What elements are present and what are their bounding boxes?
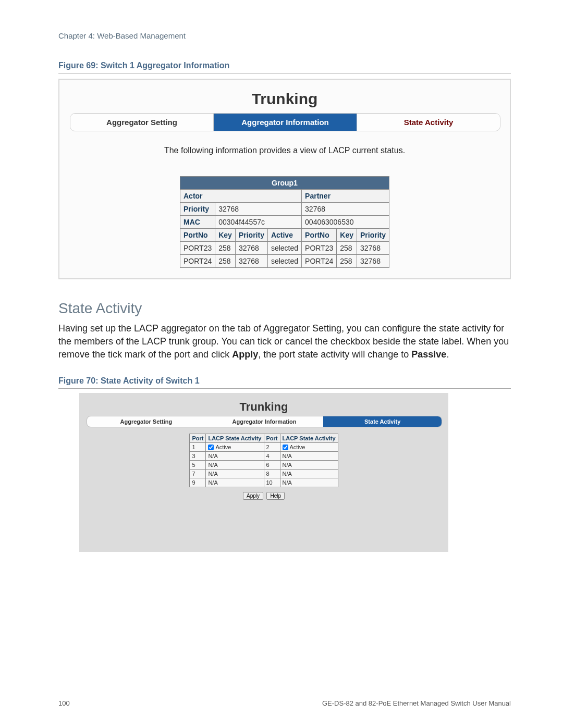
a-prio: 32768 xyxy=(235,255,267,268)
active-label: Active xyxy=(290,444,305,450)
table-row: 5N/A6N/A xyxy=(190,461,338,470)
actor-mac-value: 00304f44557c xyxy=(215,216,302,229)
actor-col-active: Active xyxy=(267,229,301,242)
section-title: State Activity xyxy=(58,300,511,317)
port-cell: 1 xyxy=(190,442,206,452)
fig69-info-text: The following information provides a vie… xyxy=(70,146,499,155)
tab-aggregator-setting[interactable]: Aggregator Setting xyxy=(70,114,213,131)
fig69-title: Trunking xyxy=(70,90,499,108)
tab2-aggregator-information[interactable]: Aggregator Information xyxy=(205,416,324,427)
help-button[interactable]: Help xyxy=(266,492,285,500)
active-checkbox[interactable] xyxy=(208,445,214,450)
port-cell: 5 xyxy=(190,461,206,470)
fig70-title: Trunking xyxy=(87,400,441,414)
p-key: 258 xyxy=(337,255,357,268)
p-port: PORT23 xyxy=(302,242,337,255)
activity-cell: Active xyxy=(206,442,264,452)
activity-cell: N/A xyxy=(206,478,264,487)
p-prio: 32768 xyxy=(357,255,389,268)
port-cell: 9 xyxy=(190,478,206,487)
table-row: 3N/A4N/A xyxy=(190,452,338,461)
partner-mac-value: 004063006530 xyxy=(302,216,389,229)
partner-col-key: Key xyxy=(337,229,357,242)
tab-aggregator-information[interactable]: Aggregator Information xyxy=(213,114,357,131)
active-checkbox[interactable] xyxy=(283,445,288,450)
actor-priority-value: 32768 xyxy=(215,203,302,216)
port-cell: 8 xyxy=(264,470,280,478)
col-act-r: LACP State Activity xyxy=(280,434,338,442)
port-cell: 6 xyxy=(264,461,280,470)
partner-header: Partner xyxy=(302,190,389,203)
apply-button[interactable]: Apply xyxy=(243,492,263,500)
partner-col-portno: PortNo xyxy=(302,229,337,242)
group-header: Group1 xyxy=(180,177,389,190)
port-cell: 7 xyxy=(190,470,206,478)
col-port-l: Port xyxy=(190,434,206,442)
activity-cell: N/A xyxy=(206,470,264,478)
partner-col-priority: Priority xyxy=(357,229,389,242)
tab-state-activity[interactable]: State Activity xyxy=(357,114,500,131)
port-cell: 3 xyxy=(190,452,206,461)
col-port-r: Port xyxy=(264,434,280,442)
chapter-header: Chapter 4: Web-Based Management xyxy=(58,31,511,40)
figure70-screenshot: Trunking Aggregator Setting Aggregator I… xyxy=(79,393,448,552)
page-number: 100 xyxy=(58,699,70,707)
port-cell: 2 xyxy=(264,442,280,452)
table-row: 9N/A10N/A xyxy=(190,478,338,487)
a-active: selected xyxy=(267,242,301,255)
actor-col-key: Key xyxy=(215,229,236,242)
section-body: Having set up the LACP aggregator on the… xyxy=(58,322,511,362)
tab2-state-activity[interactable]: State Activity xyxy=(323,416,442,427)
port-cell: 4 xyxy=(264,452,280,461)
actor-header: Actor xyxy=(180,190,302,203)
a-key: 258 xyxy=(215,255,236,268)
figure69-caption: Figure 69: Switch 1 Aggregator Informati… xyxy=(58,61,511,73)
actor-col-priority: Priority xyxy=(235,229,267,242)
tab2-aggregator-setting[interactable]: Aggregator Setting xyxy=(87,416,205,427)
col-act-l: LACP State Activity xyxy=(206,434,264,442)
activity-cell: N/A xyxy=(280,461,338,470)
activity-cell: Active xyxy=(280,442,338,452)
body-text-passive: Passive xyxy=(411,349,446,360)
actor-col-portno: PortNo xyxy=(180,229,215,242)
a-port: PORT24 xyxy=(180,255,215,268)
priority-label: Priority xyxy=(180,203,215,216)
activity-cell: N/A xyxy=(206,461,264,470)
fig70-tabbar: Aggregator Setting Aggregator Informatio… xyxy=(87,416,442,427)
a-prio: 32768 xyxy=(235,242,267,255)
activity-cell: N/A xyxy=(206,452,264,461)
table-row: 7N/A8N/A xyxy=(190,470,338,478)
p-port: PORT24 xyxy=(302,255,337,268)
table-row: 1Active2Active xyxy=(190,442,338,452)
figure70-caption: Figure 70: State Activity of Switch 1 xyxy=(58,376,511,389)
mac-label: MAC xyxy=(180,216,215,229)
body-text-apply: Apply xyxy=(232,349,258,360)
table-row: PORT23 258 32768 selected PORT23 258 327… xyxy=(180,242,389,255)
fig69-group-table: Group1 Actor Partner Priority 32768 3276… xyxy=(180,176,389,268)
activity-cell: N/A xyxy=(280,452,338,461)
activity-cell: N/A xyxy=(280,470,338,478)
a-active: selected xyxy=(267,255,301,268)
table-row: PORT24 258 32768 selected PORT24 258 327… xyxy=(180,255,389,268)
partner-priority-value: 32768 xyxy=(302,203,389,216)
body-text-c: , the port state activity will change to xyxy=(258,349,411,360)
p-prio: 32768 xyxy=(357,242,389,255)
body-text-e: . xyxy=(446,349,449,360)
figure69-screenshot: Trunking Aggregator Setting Aggregator I… xyxy=(58,79,511,279)
a-key: 258 xyxy=(215,242,236,255)
p-key: 258 xyxy=(337,242,357,255)
fig69-tabbar: Aggregator Setting Aggregator Informatio… xyxy=(70,113,500,131)
page-footer: 100 GE-DS-82 and 82-PoE Ethernet Managed… xyxy=(58,699,511,707)
port-cell: 10 xyxy=(264,478,280,487)
active-label: Active xyxy=(215,444,231,450)
activity-cell: N/A xyxy=(280,478,338,487)
a-port: PORT23 xyxy=(180,242,215,255)
manual-title: GE-DS-82 and 82-PoE Ethernet Managed Swi… xyxy=(322,699,511,707)
state-activity-table: Port LACP State Activity Port LACP State… xyxy=(189,434,338,488)
